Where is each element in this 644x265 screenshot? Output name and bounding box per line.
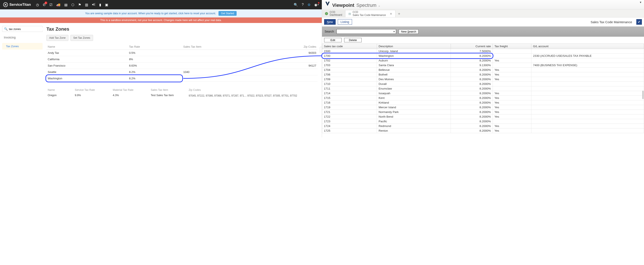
grid-row[interactable]: 1702Auburn8.2000%Yes [322,58,644,63]
folders-icon[interactable]: ▣ [105,3,108,7]
gear-icon[interactable]: ⚙ [308,3,310,7]
tax-zone-row[interactable]: California8% [46,56,318,62]
sidebar-search-input[interactable] [9,27,45,31]
calendar-icon[interactable]: ☑ [50,3,52,7]
tab-dashboard[interactable]: CCD Dashboard [322,10,345,17]
vp-grid[interactable]: Sales tax code Description Current rate … [322,44,644,137]
pane-resize-handle[interactable] [320,47,322,53]
grid-row[interactable]: 1703Santa Clara9.1300%7400 (BUSINESS TAX… [322,63,644,68]
col-name[interactable]: Name [46,44,128,50]
cell-freight [492,49,531,54]
page-icon[interactable]: ▮ [99,3,101,7]
cell-desc: Bellevue [377,68,451,72]
subcol-sitem[interactable]: Sales Tax Item [150,88,188,92]
vp-toolbar: New Listing Sales Tax Code Maintenance ✔ [322,17,644,26]
cell-desc: Des Moines [377,77,451,82]
cell-item: 1040 [182,69,263,75]
subtable-row[interactable]: Oregon 9.9% 4.3% Test Sales Tax Item 970… [46,92,318,99]
gcol-rate[interactable]: Current rate [451,44,492,49]
cell-rate: 8.2000% [451,86,492,91]
delete-button[interactable]: Delete [344,38,362,42]
gcol-freight[interactable]: Tax freight [492,44,531,49]
truck-icon[interactable]: 🚚 [56,3,60,7]
set-tax-zones-button[interactable]: Set Tax Zones [70,35,93,41]
cell-rate: 8.2000% [451,96,492,100]
subcol-mrate[interactable]: Material Tax Rate [112,88,150,92]
avatar-icon[interactable]: ◉▾ [314,3,319,7]
st-logo[interactable]: ServiceTitan [3,2,31,7]
grid-row[interactable]: 1711Enumclaw8.2000% [322,86,644,91]
help-icon[interactable]: ? [302,3,304,6]
gcol-gl[interactable]: G/L account [531,44,644,49]
gcol-desc[interactable]: Description [377,44,451,49]
new-button[interactable]: New [324,19,336,25]
get-started-button[interactable]: Get Started [218,11,236,16]
new-search-button[interactable]: New Search [399,29,418,34]
grid-row[interactable]: 1706Bothell8.2000%Yes [322,72,644,77]
cell-rate: 8.2000% [451,54,492,58]
chart-icon[interactable]: ▥ [85,3,88,7]
tab-sales-tax[interactable]: ▤ CCD Sales Tax Code Maintenance ✕ [345,10,396,17]
clock-icon[interactable]: ◷ [36,3,39,7]
tab-close-icon[interactable]: ✕ [390,12,392,15]
phone-icon[interactable]: ✆1 [43,3,46,7]
cell-gl [531,58,644,63]
grid-row[interactable]: 1724Redmond8.2000%Yes [322,124,644,128]
grid-row[interactable]: 1716Kirkland8.2000%Yes [322,100,644,105]
search-icon[interactable]: 🔍 [294,3,298,7]
grid-row[interactable]: 1709Des Moines8.2000%Yes [322,77,644,82]
confirm-check-button[interactable]: ✔ [636,19,642,25]
cell-item [182,75,263,82]
tax-zone-row[interactable]: Washington8.2% [46,75,318,82]
add-tax-zone-button[interactable]: Add Tax Zone [46,35,68,41]
banner1-text: You are seeing sample data in your accou… [85,12,216,15]
clipboard-icon[interactable]: ▤ [64,3,68,7]
cell-rate: 8.2000% [451,128,492,133]
tax-zone-row[interactable]: Seattle8.2%1040 [46,69,318,75]
col-zips[interactable]: Zip Codes [263,44,318,50]
cell-gl [531,82,644,86]
tab2-bot: Sales Tax Code Maintenance [353,14,386,16]
search-dropdown[interactable]: ▼ [336,29,396,34]
cell-freight: Yes [492,105,531,110]
grid-row[interactable]: 1704Bellevue8.2000%Yes [322,68,644,72]
listing-button[interactable]: Listing [338,19,352,25]
subcol-zips[interactable]: Zip Codes [188,88,318,92]
page-title: Tax Zones [46,26,318,32]
grid-row[interactable]: 1725Renton8.2000%Yes [322,128,644,133]
grid-row[interactable]: 1500Unicorp. Island7.5000% [322,49,644,54]
grid-row[interactable]: 1710Duvall8.2000% [322,82,644,86]
megaphone-icon[interactable]: 🕬 [92,3,96,6]
grid-row[interactable]: 1714Issaquah8.2000%Yes [322,91,644,96]
sidebar-search[interactable]: 🔍 [2,26,42,32]
vp-window-menu-icon[interactable]: ▼ [639,1,642,4]
grid-row[interactable]: 1721Normandy Park8.2000%Yes [322,110,644,114]
box-icon[interactable]: ⬡ [71,3,74,7]
vp-logo[interactable]: Viewpoint Spectrum ® [325,1,380,8]
flag-icon[interactable]: ⚑ [78,3,81,7]
cell-rate: 8.2000% [451,82,492,86]
sidebar-item-tax-zones[interactable]: Tax Zones [2,43,42,49]
st-header-icons: ◷ ✆1 ☑ 🚚 ▤ ⬡ ⚑ ▥ 🕬 ▮ ▣ [36,3,108,7]
edit-button[interactable]: Edit [324,38,342,42]
cell-gl [531,68,644,72]
col-item[interactable]: Sales Tax Item [182,44,263,50]
tab-add[interactable]: ＋ [396,10,403,17]
subcol-name[interactable]: Name [46,88,74,92]
grid-row[interactable]: 1715Kent8.2000%Yes [322,96,644,100]
tax-zone-row[interactable]: San Francisco8.63%94127 [46,62,318,69]
tax-zone-row[interactable]: Andy Tax0.5%94303 [46,50,318,56]
cell-freight [492,86,531,91]
grid-row[interactable]: 1719Mercer Island8.2000%Yes [322,105,644,110]
cell-rate: 9.1300% [451,63,492,68]
vp-searchbar: Search ▼ New Search [322,26,644,36]
gcol-code[interactable]: Sales tax code [322,44,377,49]
grid-row[interactable]: 1723Pacific8.2000% [322,119,644,124]
grid-row[interactable]: 1700Washington8.2000%2330 (ACCRUED USE/S… [322,54,644,58]
grid-row[interactable]: 1722North Bend8.2000%Yes [322,114,644,119]
col-rate[interactable]: Tax Rate [128,44,182,50]
scrollbar-thumb[interactable] [642,91,644,99]
subcol-srate[interactable]: Service Tax Rate [74,88,112,92]
cell-gl [531,96,644,100]
cell-code: 1716 [322,100,377,105]
